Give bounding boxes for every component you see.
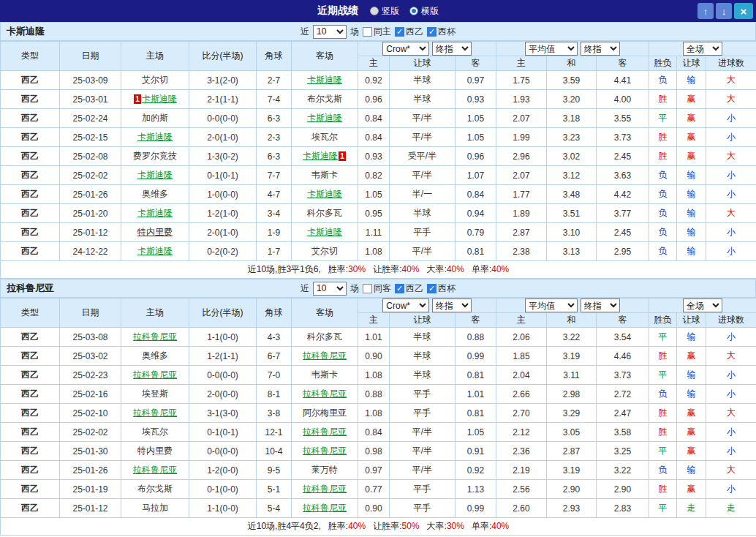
league-checkbox[interactable]: 西乙: [395, 282, 423, 295]
home-team-link[interactable]: 特内里费: [137, 446, 173, 456]
asian-home-odds: 0.84: [358, 109, 390, 128]
home-team-link[interactable]: 费罗尔竞技: [133, 151, 177, 161]
home-team-link[interactable]: 卡斯迪隆: [137, 132, 173, 142]
match-count-select[interactable]: 10: [313, 25, 347, 39]
games-label: 场: [350, 26, 359, 38]
handicap-cell: 半球: [390, 71, 456, 90]
home-team-link[interactable]: 奥维多: [142, 350, 168, 361]
near-label: 近: [300, 26, 309, 38]
home-team-link[interactable]: 加的斯: [142, 113, 168, 123]
odd-rate-stat: 单率:40%: [472, 521, 509, 531]
away-team-link[interactable]: 卡斯迪隆: [307, 75, 342, 85]
home-team-link[interactable]: 艾尔切: [142, 75, 168, 85]
away-team-link[interactable]: 布尔戈斯: [307, 94, 342, 104]
home-team-cell: 布尔戈斯: [121, 480, 189, 499]
away-team-link[interactable]: 拉科鲁尼亚: [303, 427, 347, 437]
radio-vertical-layout[interactable]: 竖版: [370, 5, 399, 18]
sub-header-home-odds: 主: [358, 56, 390, 71]
final-odds-select[interactable]: 终指: [581, 298, 620, 312]
asian-home-odds: 0.84: [358, 423, 390, 442]
home-team-link[interactable]: 卡斯迪隆: [137, 170, 173, 180]
scroll-up-button[interactable]: ↑: [698, 3, 714, 19]
away-team-link[interactable]: 阿尔梅里亚: [303, 408, 347, 418]
same-away-checkbox[interactable]: 同客: [363, 282, 391, 295]
goals-result-cell: 大: [706, 147, 756, 166]
scroll-down-button[interactable]: ↓: [716, 3, 732, 19]
radio-label: 竖版: [382, 5, 399, 18]
away-team-link[interactable]: 科尔多瓦: [307, 208, 342, 218]
home-team-link[interactable]: 拉科鲁尼亚: [133, 369, 177, 380]
handicap-cell: 平手: [390, 404, 456, 423]
goals-result-cell: 小: [706, 128, 756, 147]
match-row: 西乙25-02-16埃登斯2-0(0-0)8-1拉科鲁尼亚0.88平手1.012…: [1, 385, 756, 404]
sub-header-handicap-result: 让球: [677, 313, 706, 328]
handicap-win-rate-stat: 让胜率:50%: [373, 521, 419, 531]
away-team-link[interactable]: 莱万特: [311, 465, 338, 475]
score-cell: 0-0(0-0): [189, 109, 257, 128]
sub-header-home-euro: 主: [496, 56, 547, 71]
handicap-result-cell: 赢: [677, 480, 706, 499]
away-team-link[interactable]: 韦斯卡: [311, 170, 338, 180]
asian-away-odds: 0.99: [456, 347, 496, 366]
away-team-link[interactable]: 卡斯迪隆: [307, 113, 342, 123]
final-odds-select[interactable]: 终指: [432, 42, 472, 56]
cup-checkbox[interactable]: 西杯: [427, 282, 456, 295]
away-team-link[interactable]: 艾尔切: [311, 246, 338, 256]
home-team-link[interactable]: 卡斯迪隆: [142, 94, 177, 104]
away-team-link[interactable]: 韦斯卡: [311, 369, 338, 380]
home-team-link[interactable]: 拉科鲁尼亚: [133, 408, 177, 418]
away-team-link[interactable]: 拉科鲁尼亚: [303, 484, 347, 494]
final-odds-select[interactable]: 终指: [432, 298, 472, 312]
away-team-link[interactable]: 拉科鲁尼亚: [303, 350, 347, 361]
match-row: 西乙25-01-26拉科鲁尼亚1-2(0-0)9-5莱万特0.97平/半0.92…: [1, 461, 756, 480]
home-team-link[interactable]: 卡斯迪隆: [137, 208, 173, 218]
handicap-cell: 半球: [390, 90, 456, 109]
close-button[interactable]: ×: [734, 3, 753, 19]
match-count-select[interactable]: 10: [313, 282, 347, 296]
corner-cell: 5-4: [257, 499, 292, 518]
away-team-link[interactable]: 拉科鲁尼亚: [303, 388, 347, 399]
checkbox-icon: [395, 27, 404, 37]
home-team-link[interactable]: 马拉加: [142, 503, 168, 513]
home-team-link[interactable]: 埃登斯: [142, 388, 168, 399]
league-checkbox[interactable]: 西乙: [395, 26, 423, 38]
handicap-result-cell: 赢: [677, 423, 706, 442]
home-team-link[interactable]: 奥维多: [142, 189, 168, 199]
asian-away-odds: 0.81: [456, 242, 496, 261]
away-team-link[interactable]: 埃瓦尔: [311, 132, 338, 142]
away-team-link[interactable]: 拉科鲁尼亚: [303, 503, 347, 513]
average-odds-select[interactable]: 平均值: [525, 298, 578, 312]
handicap-cell: 受平/半: [390, 147, 456, 166]
away-team-link[interactable]: 科尔多瓦: [307, 331, 342, 342]
home-team-link[interactable]: 卡斯迪隆: [137, 246, 173, 256]
average-odds-select[interactable]: 平均值: [525, 42, 578, 56]
handicap-result-cell: 输: [677, 242, 706, 261]
col-header-date: 日期: [60, 298, 121, 328]
final-odds-select[interactable]: 终指: [581, 42, 620, 56]
home-team-link[interactable]: 埃瓦尔: [142, 427, 168, 437]
result-cell: 平: [649, 442, 677, 461]
fulltime-select[interactable]: 全场: [683, 42, 722, 56]
match-row: 西乙25-01-26奥维多1-0(0-0)4-7卡斯迪隆1.05半/一0.841…: [1, 185, 756, 204]
home-team-link[interactable]: 布尔戈斯: [137, 484, 173, 494]
home-team-link[interactable]: 拉科鲁尼亚: [133, 331, 177, 342]
match-row: 西乙25-03-011卡斯迪隆2-1(1-1)7-4布尔戈斯0.96半球0.93…: [1, 90, 756, 109]
odds-company-select[interactable]: Crow*: [382, 298, 429, 312]
result-cell: 负: [649, 242, 677, 261]
score-cell: 1-3(0-2): [189, 147, 257, 166]
col-header-type: 类型: [1, 298, 60, 328]
odds-company-select[interactable]: Crow*: [382, 42, 429, 56]
fulltime-select[interactable]: 全场: [683, 298, 722, 312]
home-team-link[interactable]: 拉科鲁尼亚: [133, 465, 177, 475]
euro-away-odds: 3.63: [597, 166, 649, 185]
away-team-link[interactable]: 拉科鲁尼亚: [303, 446, 347, 456]
away-team-link[interactable]: 卡斯迪隆: [307, 227, 342, 237]
home-team-link[interactable]: 特内里费: [137, 227, 173, 237]
same-home-checkbox[interactable]: 同主: [363, 26, 391, 38]
away-team-link[interactable]: 卡斯迪隆: [307, 189, 342, 199]
away-team-link[interactable]: 卡斯迪隆: [303, 151, 338, 161]
goals-result-cell: 小: [706, 366, 756, 385]
cup-checkbox[interactable]: 西杯: [427, 26, 456, 38]
matches-table-castellon: 类型 日期 主场 比分(半场) 角球 客场 Crow* 终指 平均值 终指 全场…: [0, 41, 756, 279]
radio-horizontal-layout[interactable]: 横版: [409, 5, 439, 18]
